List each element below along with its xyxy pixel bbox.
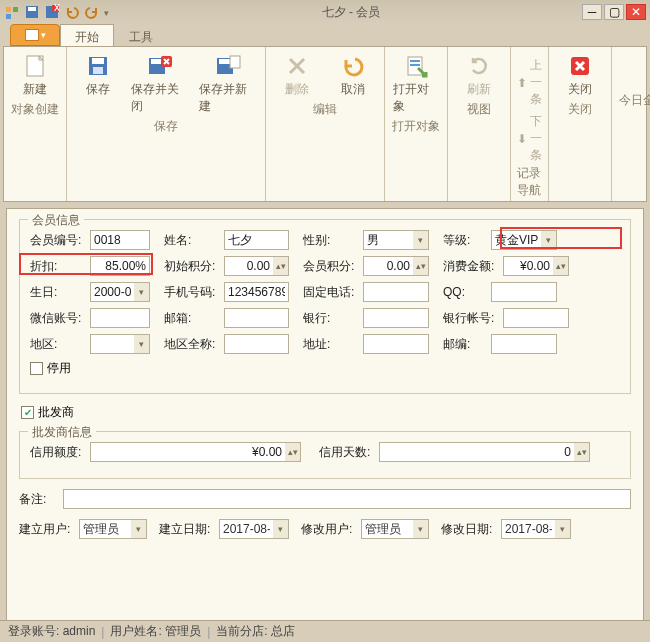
cancel-button[interactable]: 取消 <box>328 51 378 100</box>
svg-rect-0 <box>6 7 11 12</box>
bank-input[interactable] <box>363 308 429 328</box>
content-panel: 会员信息 会员编号: 姓名: 性别: ▾ 等级: ▾ 折扣: 初始积分: ▴▾ … <box>6 208 644 642</box>
svg-rect-11 <box>93 67 103 74</box>
birth-input[interactable] <box>90 282 134 302</box>
chevron-down-icon[interactable]: ▾ <box>413 519 429 539</box>
email-input[interactable] <box>224 308 289 328</box>
app-menu-button[interactable]: ▾ <box>10 24 60 46</box>
disabled-checkbox[interactable]: 停用 <box>30 360 71 377</box>
member-info-group: 会员信息 会员编号: 姓名: 性别: ▾ 等级: ▾ 折扣: 初始积分: ▴▾ … <box>19 219 631 394</box>
delete-icon <box>283 53 311 79</box>
close-icon <box>566 53 594 79</box>
arrow-down-icon: ⬇ <box>517 132 527 146</box>
status-bar: 登录账号: admin| 用户姓名: 管理员| 当前分店: 总店 <box>0 620 650 642</box>
credit-input[interactable] <box>90 442 285 462</box>
chevron-down-icon[interactable]: ▾ <box>555 519 571 539</box>
status-username: 用户姓名: 管理员 <box>110 623 201 640</box>
prev-record-button: ⬆上一条 <box>517 57 542 108</box>
open-object-button[interactable]: 打开对象 <box>391 51 441 117</box>
chevron-down-icon[interactable]: ▾ <box>273 519 289 539</box>
tab-start[interactable]: 开始 <box>60 24 114 46</box>
svg-text:x: x <box>54 4 60 14</box>
wholesaler-checkbox[interactable]: ✔批发商 <box>21 404 631 421</box>
svg-rect-19 <box>410 60 420 62</box>
refresh-button: 刷新 <box>454 51 504 100</box>
qat-redo-icon[interactable] <box>84 4 100 20</box>
save-icon <box>84 53 112 79</box>
save-close-icon <box>146 53 174 79</box>
days-input[interactable] <box>379 442 574 462</box>
tab-tools[interactable]: 工具 <box>114 24 168 46</box>
gold-price-button[interactable] <box>618 51 650 91</box>
remark-input[interactable] <box>63 489 631 509</box>
save-button[interactable]: 保存 <box>73 51 123 117</box>
chevron-down-icon[interactable]: ▾ <box>134 334 150 354</box>
region-select[interactable] <box>90 334 134 354</box>
svg-rect-20 <box>410 64 420 66</box>
minimize-button[interactable]: ─ <box>582 4 602 20</box>
svg-rect-2 <box>6 14 11 19</box>
svg-rect-16 <box>219 59 231 64</box>
chevron-down-icon[interactable]: ▾ <box>413 230 429 250</box>
delete-button: 删除 <box>272 51 322 100</box>
close-button[interactable]: 关闭 <box>555 51 605 100</box>
qq-input[interactable] <box>491 282 557 302</box>
maximize-button[interactable]: ▢ <box>604 4 624 20</box>
spinner-icon[interactable]: ▴▾ <box>273 256 289 276</box>
next-record-button: ⬇下一条 <box>517 113 542 164</box>
svg-rect-10 <box>92 58 104 64</box>
modifyuser-input[interactable] <box>361 519 413 539</box>
level-select[interactable] <box>491 230 541 250</box>
arrow-up-icon: ⬆ <box>517 76 527 90</box>
window-title: 七夕 - 会员 <box>120 4 582 21</box>
bankacc-input[interactable] <box>503 308 569 328</box>
refresh-icon <box>465 53 493 79</box>
save-new-icon <box>214 53 242 79</box>
qat-saveclose-icon[interactable]: x <box>44 4 60 20</box>
wholesaler-info-group: 批发商信息 信用额度: ▴▾ 信用天数: ▴▾ <box>19 431 631 479</box>
status-store: 当前分店: 总店 <box>216 623 295 640</box>
member-id-input[interactable] <box>90 230 150 250</box>
modifydate-input[interactable] <box>501 519 555 539</box>
addr-input[interactable] <box>363 334 429 354</box>
chevron-down-icon[interactable]: ▾ <box>131 519 147 539</box>
qat-save-icon[interactable] <box>24 4 40 20</box>
save-new-button[interactable]: 保存并新建 <box>197 51 259 117</box>
zip-input[interactable] <box>491 334 557 354</box>
chevron-down-icon[interactable]: ▾ <box>541 230 557 250</box>
chevron-down-icon[interactable]: ▾ <box>134 282 150 302</box>
ribbon: 新建 对象创建 保存 保存并关闭 保存并新建 保存 删除 <box>3 46 647 202</box>
close-window-button[interactable]: ✕ <box>626 4 646 20</box>
save-close-button[interactable]: 保存并关闭 <box>129 51 191 117</box>
app-icon <box>4 4 20 20</box>
spinner-icon[interactable]: ▴▾ <box>574 442 590 462</box>
spinner-icon[interactable]: ▴▾ <box>413 256 429 276</box>
svg-rect-1 <box>13 7 18 12</box>
new-icon <box>21 53 49 79</box>
mempts-input[interactable] <box>363 256 413 276</box>
tel-input[interactable] <box>363 282 429 302</box>
wechat-input[interactable] <box>90 308 150 328</box>
regionfull-input[interactable] <box>224 334 289 354</box>
svg-rect-17 <box>230 56 240 68</box>
undo-icon <box>339 53 367 79</box>
spinner-icon[interactable]: ▴▾ <box>285 442 301 462</box>
spend-input[interactable] <box>503 256 553 276</box>
initpts-input[interactable] <box>224 256 273 276</box>
status-account: 登录账号: admin <box>8 623 95 640</box>
name-input[interactable] <box>224 230 289 250</box>
qat-undo-icon[interactable] <box>64 4 80 20</box>
qat-dropdown-icon[interactable]: ▾ <box>104 4 120 20</box>
new-button[interactable]: 新建 <box>10 51 60 100</box>
open-icon <box>402 53 430 79</box>
spinner-icon[interactable]: ▴▾ <box>553 256 569 276</box>
gender-select[interactable] <box>363 230 413 250</box>
svg-rect-4 <box>28 7 36 11</box>
discount-input[interactable] <box>90 256 150 276</box>
mobile-input[interactable] <box>224 282 289 302</box>
createdate-input[interactable] <box>219 519 273 539</box>
createuser-input[interactable] <box>79 519 131 539</box>
